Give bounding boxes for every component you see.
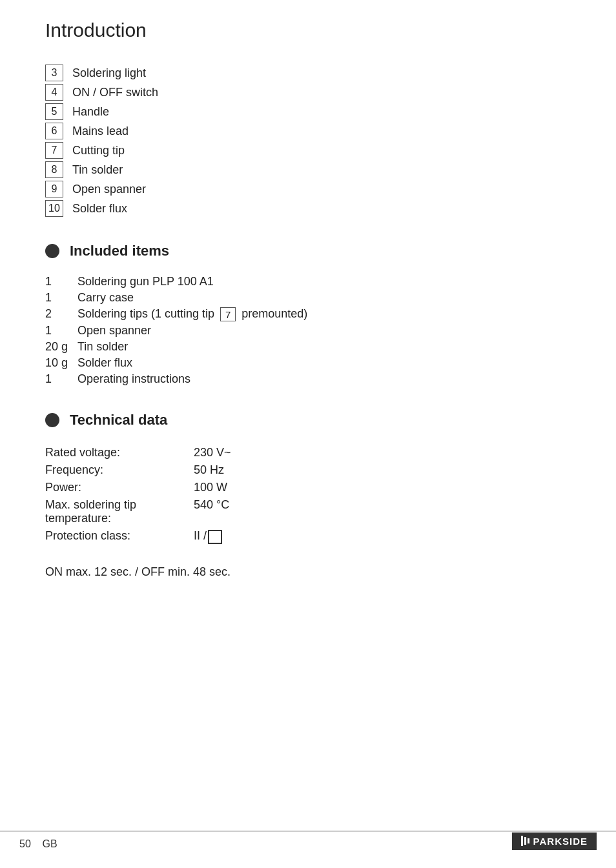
item-label-5: Handle — [72, 105, 109, 119]
item-number-7: 7 — [45, 142, 63, 159]
bullet-circle-icon-2 — [45, 413, 59, 427]
page-footer: 50 GB PARKSIDE — [0, 831, 616, 850]
page-number-area: 50 GB — [19, 832, 57, 850]
item-label-4: ON / OFF switch — [72, 86, 158, 99]
list-item: 7 Cutting tip — [45, 142, 571, 159]
tech-value: II / — [194, 527, 231, 545]
list-item: 9 Open spanner — [45, 181, 571, 197]
item-number-8: 8 — [45, 161, 63, 178]
item-qty: 10 g — [45, 356, 77, 370]
language-code: GB — [43, 838, 57, 849]
technical-data-heading: Technical data — [45, 412, 571, 429]
stripe-2 — [524, 837, 526, 845]
list-item: 4 ON / OFF switch — [45, 84, 571, 101]
item-label: Operating instructions — [77, 372, 190, 386]
item-qty: 1 — [45, 372, 77, 386]
item-label-8: Tin solder — [72, 163, 123, 177]
bullet-circle-icon — [45, 244, 59, 258]
table-row: Rated voltage: 230 V~ — [45, 444, 231, 461]
list-item: 3 Soldering light — [45, 65, 571, 81]
item-label: Carry case — [77, 291, 134, 305]
page-container: Introduction 3 Soldering light 4 ON / OF… — [0, 0, 616, 868]
page-number: 50 — [19, 838, 31, 849]
protection-class-symbol — [208, 530, 222, 544]
list-item: 10 g Solder flux — [45, 356, 571, 370]
item-label: Soldering gun PLP 100 A1 — [77, 275, 214, 288]
tech-label: Frequency: — [45, 461, 194, 479]
tech-label: Max. soldering tiptemperature: — [45, 496, 194, 527]
item-qty: 1 — [45, 275, 77, 288]
list-item: 6 Mains lead — [45, 123, 571, 139]
item-label-10: Solder flux — [72, 202, 127, 216]
list-item: 5 Handle — [45, 103, 571, 120]
inline-ref-box-7: 7 — [220, 307, 236, 321]
tech-label: Protection class: — [45, 527, 194, 545]
item-label: Open spanner — [77, 324, 151, 338]
included-items-list: 1 Soldering gun PLP 100 A1 1 Carry case … — [45, 275, 571, 386]
tech-label: Rated voltage: — [45, 444, 194, 461]
item-label: Solder flux — [77, 356, 132, 370]
on-off-note: ON max. 12 sec. / OFF min. 48 sec. — [45, 565, 571, 579]
item-label-3: Soldering light — [72, 66, 146, 80]
tech-value: 100 W — [194, 479, 231, 496]
item-qty: 2 — [45, 307, 77, 321]
item-label: Soldering tips (1 cutting tip 7 premount… — [77, 307, 307, 321]
tech-label: Power: — [45, 479, 194, 496]
table-row: Frequency: 50 Hz — [45, 461, 231, 479]
list-item: 1 Soldering gun PLP 100 A1 — [45, 275, 571, 288]
stripe-3 — [528, 838, 529, 843]
brand-name: PARKSIDE — [533, 836, 588, 847]
page-title: Introduction — [45, 19, 571, 45]
item-number-3: 3 — [45, 65, 63, 81]
stripe-1 — [521, 836, 523, 846]
technical-data-table: Rated voltage: 230 V~ Frequency: 50 Hz P… — [45, 444, 231, 545]
tech-value: 230 V~ — [194, 444, 231, 461]
item-number-6: 6 — [45, 123, 63, 139]
item-number-9: 9 — [45, 181, 63, 197]
list-item: 1 Operating instructions — [45, 372, 571, 386]
list-item: 1 Carry case — [45, 291, 571, 305]
numbered-parts-list: 3 Soldering light 4 ON / OFF switch 5 Ha… — [45, 65, 571, 217]
item-label: Tin solder — [77, 340, 128, 354]
item-qty: 1 — [45, 291, 77, 305]
table-row: Max. soldering tiptemperature: 540 °C — [45, 496, 231, 527]
item-number-5: 5 — [45, 103, 63, 120]
item-label-6: Mains lead — [72, 125, 128, 138]
list-item: 8 Tin solder — [45, 161, 571, 178]
item-qty: 1 — [45, 324, 77, 338]
item-label-7: Cutting tip — [72, 144, 125, 157]
technical-heading-text: Technical data — [70, 412, 167, 429]
tech-value: 50 Hz — [194, 461, 231, 479]
item-qty: 20 g — [45, 340, 77, 354]
item-number-4: 4 — [45, 84, 63, 101]
parkside-stripes-icon — [521, 836, 529, 846]
list-item: 20 g Tin solder — [45, 340, 571, 354]
list-item: 1 Open spanner — [45, 324, 571, 338]
tech-value: 540 °C — [194, 496, 231, 527]
list-item: 2 Soldering tips (1 cutting tip 7 premou… — [45, 307, 571, 321]
item-label-9: Open spanner — [72, 183, 146, 196]
item-number-10: 10 — [45, 200, 63, 217]
list-item: 10 Solder flux — [45, 200, 571, 217]
table-row: Power: 100 W — [45, 479, 231, 496]
table-row: Protection class: II / — [45, 527, 231, 545]
included-items-heading: Included items — [45, 243, 571, 259]
parkside-logo: PARKSIDE — [512, 833, 597, 850]
included-heading-text: Included items — [70, 243, 169, 259]
